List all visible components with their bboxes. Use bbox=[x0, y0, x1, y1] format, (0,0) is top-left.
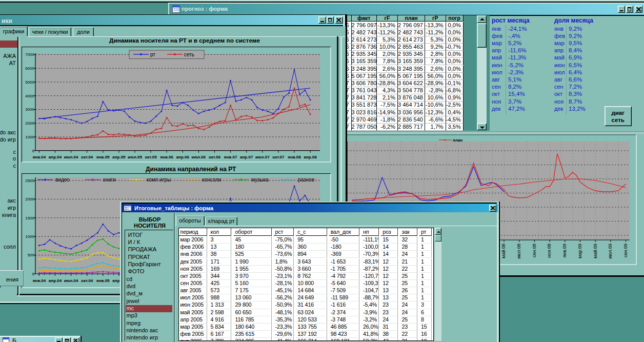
svg-text:янв.08: янв.08 bbox=[288, 155, 301, 159]
svg-text:2500: 2500 bbox=[25, 178, 34, 183]
svg-text:апр.05: апр.05 bbox=[112, 155, 126, 159]
svg-text:июл.05: июл.05 bbox=[128, 155, 142, 159]
svg-text:комп игры: комп игры bbox=[147, 177, 171, 183]
svg-text:4000: 4000 bbox=[25, 94, 34, 98]
svg-text:консоли: консоли bbox=[202, 177, 221, 183]
svg-text:500: 500 bbox=[28, 253, 35, 257]
svg-text:план: план bbox=[453, 138, 462, 143]
svg-text:сеть: сеть bbox=[184, 52, 194, 57]
svg-text:6000: 6000 bbox=[25, 66, 34, 71]
svg-text:май.08: май.08 bbox=[501, 244, 506, 258]
svg-text:1000: 1000 bbox=[25, 234, 34, 239]
svg-text:апр.06: апр.06 bbox=[176, 155, 190, 159]
svg-text:янв.05: янв.05 bbox=[96, 155, 110, 159]
svg-text:июл.06: июл.06 bbox=[192, 155, 206, 159]
svg-text:окт.04: окт.04 bbox=[81, 278, 93, 283]
svg-text:апр.04: апр.04 bbox=[49, 278, 62, 283]
svg-text:июл.04: июл.04 bbox=[64, 278, 78, 283]
svg-text:янв.06: янв.06 bbox=[160, 155, 173, 159]
svg-text:2000: 2000 bbox=[25, 197, 34, 202]
svg-text:июл.09: июл.09 bbox=[608, 244, 613, 258]
svg-text:5000: 5000 bbox=[25, 80, 34, 85]
svg-text:окт.04: окт.04 bbox=[81, 155, 93, 159]
svg-text:ноя.08: ноя.08 bbox=[547, 244, 552, 257]
svg-text:музыка: музыка bbox=[251, 177, 269, 183]
svg-text:рт: рт bbox=[150, 52, 155, 57]
svg-text:июл.04: июл.04 bbox=[64, 155, 78, 159]
svg-text:янв.04: янв.04 bbox=[33, 278, 46, 283]
svg-text:1500: 1500 bbox=[25, 215, 34, 220]
svg-text:окт.07: окт.07 bbox=[272, 155, 285, 159]
svg-text:апр.07: апр.07 bbox=[240, 155, 253, 159]
svg-text:окт.05: окт.05 bbox=[145, 155, 157, 159]
svg-text:окт.06: окт.06 bbox=[209, 155, 221, 159]
svg-text:1000: 1000 bbox=[25, 135, 34, 139]
svg-text:июл.08: июл.08 bbox=[516, 244, 521, 258]
svg-text:7000: 7000 bbox=[25, 52, 34, 57]
svg-text:янв.04: янв.04 bbox=[33, 155, 46, 159]
svg-text:апр.04: апр.04 bbox=[49, 155, 62, 159]
svg-text:май.09: май.09 bbox=[593, 244, 598, 258]
svg-text:видео: видео bbox=[55, 177, 70, 183]
svg-text:янв.09: янв.09 bbox=[562, 244, 567, 257]
svg-text:сен.08: сен.08 bbox=[532, 244, 537, 257]
svg-text:2000: 2000 bbox=[25, 121, 34, 126]
svg-text:разное: разное bbox=[298, 177, 315, 183]
svg-text:янв.05: янв.05 bbox=[96, 278, 110, 283]
svg-text:мар.09: мар.09 bbox=[577, 244, 582, 258]
svg-text:3000: 3000 bbox=[25, 107, 34, 112]
svg-text:янв.07: янв.07 bbox=[224, 155, 237, 159]
svg-text:апр.08: апр.08 bbox=[304, 155, 317, 159]
svg-text:книги: книги bbox=[103, 177, 116, 183]
svg-text:сен.09: сен.09 bbox=[623, 244, 628, 257]
svg-text:июл.07: июл.07 bbox=[255, 155, 270, 159]
